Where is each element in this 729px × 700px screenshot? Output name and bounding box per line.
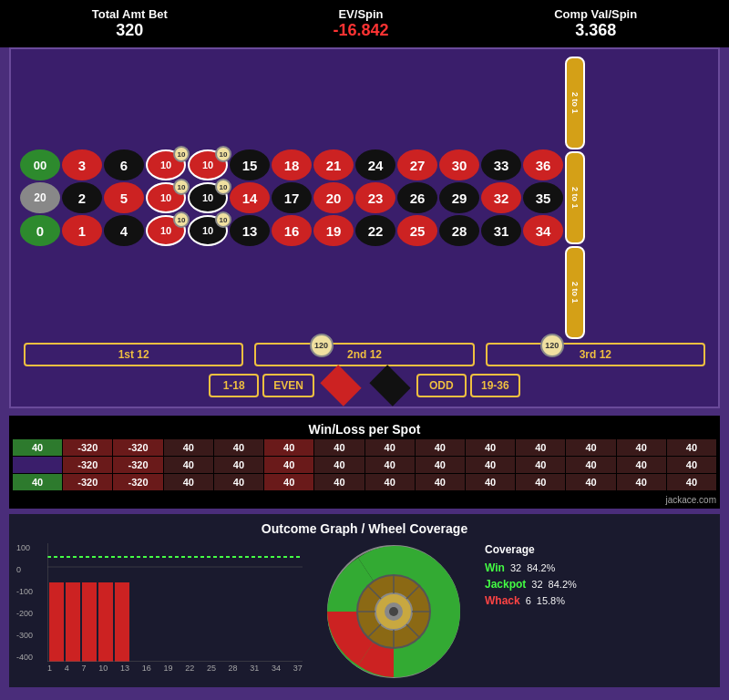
num-17[interactable]: 17: [272, 182, 312, 213]
total-amt-bet-section: Total Amt Bet 320: [92, 7, 168, 40]
wl-r3-c13: 40: [667, 474, 716, 490]
wl-r3-c0: 40: [13, 474, 62, 490]
num-col1-r2[interactable]: 10 10: [146, 182, 186, 213]
num-3[interactable]: 3: [62, 149, 102, 180]
first-12-bet[interactable]: 1st 12: [24, 343, 243, 366]
num-24[interactable]: 24: [355, 149, 395, 180]
x-label-25: 25: [207, 664, 216, 673]
num-13[interactable]: 13: [230, 215, 270, 246]
svg-rect-7: [115, 582, 129, 662]
wl-row-3: 40 -320 -320 40 40 40 40 40 40 40 40 40 …: [13, 474, 716, 490]
third-12-bet[interactable]: 120 3rd 12: [486, 343, 705, 366]
x-label-34: 34: [272, 664, 281, 673]
wl-r2-c11: 40: [566, 457, 615, 473]
y-label-0: 0: [16, 565, 33, 574]
wl-r3-c3: 40: [164, 474, 213, 490]
num-34[interactable]: 34: [523, 215, 563, 246]
num-14[interactable]: 14: [230, 182, 270, 213]
num-2[interactable]: 2: [62, 182, 102, 213]
num-1[interactable]: 1: [62, 215, 102, 246]
num-29[interactable]: 29: [439, 182, 479, 213]
graph-title: Outcome Graph / Wheel Coverage: [16, 521, 713, 536]
num-6[interactable]: 6: [104, 149, 144, 180]
dozen-bets-row: 1st 12 120 2nd 12 120 3rd 12: [20, 343, 709, 366]
num-33[interactable]: 33: [481, 149, 521, 180]
num-15[interactable]: 15: [230, 149, 270, 180]
num-col2-r3[interactable]: 10 10: [188, 215, 228, 246]
num-col2-r1[interactable]: 10 10: [188, 149, 228, 180]
num-col2-r2[interactable]: 10 10: [188, 182, 228, 213]
two-to-one-bot[interactable]: 2 to 1: [565, 246, 585, 339]
num-32[interactable]: 32: [481, 182, 521, 213]
num-4[interactable]: 4: [104, 215, 144, 246]
num-30[interactable]: 30: [439, 149, 479, 180]
num-27[interactable]: 27: [397, 149, 437, 180]
wl-r2-c12: 40: [617, 457, 666, 473]
wl-r1-c13: 40: [667, 439, 716, 456]
wl-r3-c6: 40: [314, 474, 364, 490]
num-36[interactable]: 36: [523, 149, 563, 180]
wl-r3-c12: 40: [617, 474, 666, 490]
num-col1-r1[interactable]: 10 10: [146, 149, 186, 180]
comp-val-spin-label: Comp Val/Spin: [554, 7, 637, 21]
wl-row-2: -320 -320 40 40 40 40 40 40 40 40 40 40 …: [13, 457, 716, 473]
num-19[interactable]: 19: [313, 215, 354, 246]
num-22[interactable]: 22: [355, 215, 395, 246]
num-28[interactable]: 28: [439, 215, 479, 246]
roulette-table: 00 20 0 3 6 10 10 10 10 15 18 21 2: [9, 47, 720, 408]
comp-val-spin-section: Comp Val/Spin 3.368: [554, 7, 637, 40]
whack-pct: 15.8%: [537, 595, 565, 606]
second-12-label: 2nd 12: [347, 348, 382, 361]
num-18[interactable]: 18: [272, 149, 312, 180]
x-label-31: 31: [250, 664, 259, 673]
second-12-bet[interactable]: 120 2nd 12: [254, 343, 474, 366]
chip-120-2: 120: [540, 334, 564, 357]
num-35[interactable]: 35: [523, 182, 563, 213]
wl-r3-c10: 40: [516, 474, 565, 490]
wl-r2-c10: 40: [516, 457, 565, 473]
number-00[interactable]: 00: [20, 149, 60, 180]
bet-19-36[interactable]: 19-36: [470, 374, 520, 397]
header: Total Amt Bet 320 EV/Spin -16.842 Comp V…: [0, 0, 729, 47]
wl-r1-c12: 40: [617, 439, 666, 456]
num-26[interactable]: 26: [397, 182, 437, 213]
x-label-1: 1: [47, 664, 52, 673]
win-loss-title: Win/Loss per Spot: [13, 419, 716, 439]
number-grid: 00 20 0 3 6 10 10 10 10 15 18 21 2: [20, 57, 709, 339]
bet-odd[interactable]: ODD: [416, 374, 467, 397]
wl-r1-c0: 40: [13, 439, 62, 456]
black-diamond-container[interactable]: [367, 370, 413, 401]
number-rows: 3 6 10 10 10 10 15 18 21 24 27 30 33 36: [62, 149, 563, 246]
color-bets-row: 1-18 EVEN ODD 19-36: [20, 370, 709, 401]
num-5[interactable]: 5: [104, 182, 144, 213]
svg-point-14: [389, 607, 398, 616]
x-label-22: 22: [185, 664, 194, 673]
num-31[interactable]: 31: [481, 215, 521, 246]
bet-1-18[interactable]: 1-18: [209, 374, 259, 397]
wl-r2-c13: 40: [667, 457, 716, 473]
number-0-mid[interactable]: 20: [20, 182, 60, 213]
num-20[interactable]: 20: [313, 182, 354, 213]
wl-r2-c9: 40: [466, 457, 515, 473]
graph-content: 100 0 -100 -200 -300 -400: [16, 543, 713, 680]
num-25[interactable]: 25: [397, 215, 437, 246]
wl-r3-c1: -320: [63, 474, 112, 490]
num-23[interactable]: 23: [355, 182, 395, 213]
number-0[interactable]: 0: [20, 215, 60, 246]
num-16[interactable]: 16: [272, 215, 312, 246]
wl-r3-c11: 40: [566, 474, 615, 490]
green-numbers: 00 20 0: [20, 149, 60, 246]
num-col1-r3[interactable]: 10 10: [146, 215, 186, 246]
wheel-svg: [325, 543, 462, 680]
wl-r2-c5: 40: [264, 457, 313, 473]
wl-row-1: 40 -320 -320 40 40 40 40 40 40 40 40 40 …: [13, 439, 716, 456]
two-to-one-top[interactable]: 2 to 1: [565, 57, 585, 149]
bet-even[interactable]: EVEN: [262, 374, 314, 397]
red-diamond-container[interactable]: [318, 370, 364, 401]
wl-r1-c2: -320: [113, 439, 162, 456]
svg-rect-6: [98, 582, 113, 662]
num-21[interactable]: 21: [313, 149, 354, 180]
wl-r3-c9: 40: [466, 474, 515, 490]
jackpot-coverage-row: Jackpot 32 84.2%: [485, 578, 713, 591]
two-to-one-mid[interactable]: 2 to 1: [565, 151, 585, 244]
